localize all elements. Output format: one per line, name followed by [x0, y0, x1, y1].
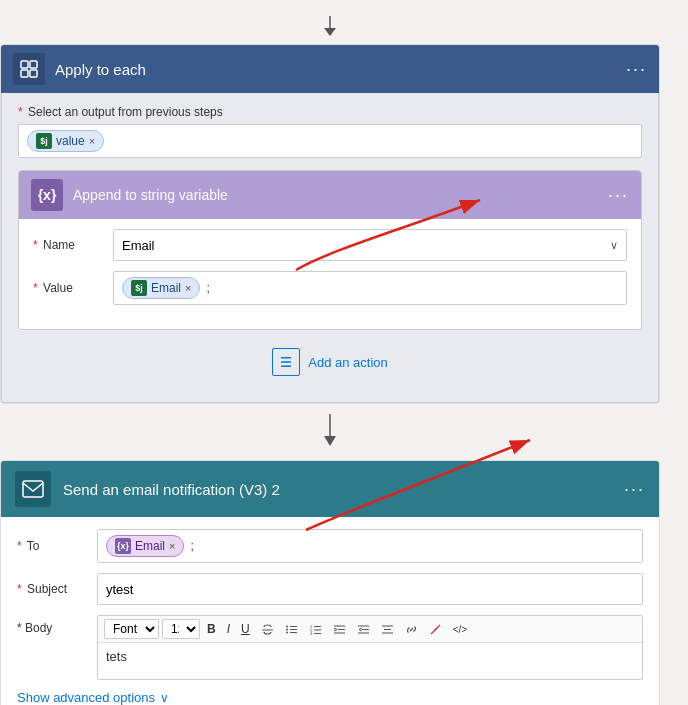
italic-button[interactable]: I [223, 620, 234, 638]
value-token-input[interactable]: $j Email × ; [113, 271, 627, 305]
required-asterisk: * [18, 105, 23, 119]
apply-each-body: * Select an output from previous steps $… [1, 93, 659, 403]
svg-rect-4 [30, 61, 37, 68]
email-token-icon: $j [131, 280, 147, 296]
send-email-icon [15, 471, 51, 507]
show-advanced-options[interactable]: Show advanced options ∨ [17, 690, 643, 705]
email-token-label: Email [151, 281, 181, 295]
send-email-card: Send an email notification (V3) 2 ··· * … [0, 460, 660, 705]
semicolon-text: ; [206, 281, 209, 295]
subject-row: * Subject ytest [17, 573, 643, 605]
body-editor[interactable]: Font 12 B I U [97, 615, 643, 680]
select-output-input[interactable]: $j value × [18, 124, 642, 158]
underline-button[interactable]: U [237, 620, 254, 638]
svg-rect-7 [281, 361, 291, 363]
send-email-more-button[interactable]: ··· [624, 479, 645, 500]
num-list-button[interactable]: 1.2.3. [305, 621, 326, 638]
show-advanced-link[interactable]: Show advanced options [17, 690, 155, 705]
svg-marker-10 [324, 436, 336, 446]
svg-point-17 [286, 631, 288, 633]
append-string-header: {x} Append to string variable ··· [19, 171, 641, 219]
send-email-header: Send an email notification (V3) 2 ··· [1, 461, 659, 517]
unlink-button[interactable] [425, 621, 446, 638]
to-email-token[interactable]: {x} Email × [106, 535, 184, 557]
bullet-list-button[interactable] [281, 621, 302, 638]
name-select[interactable]: Email ∨ [113, 229, 627, 261]
font-size-select[interactable]: 12 [162, 619, 200, 639]
append-string-card: {x} Append to string variable ··· * Name [18, 170, 642, 330]
connector-arrow [320, 414, 340, 450]
to-email-token-label: Email [135, 539, 165, 553]
code-button[interactable]: </> [449, 622, 471, 637]
show-advanced-chevron: ∨ [160, 691, 169, 705]
to-email-token-close[interactable]: × [169, 540, 175, 552]
svg-point-15 [286, 628, 288, 630]
svg-rect-2 [21, 61, 28, 68]
append-string-body: * Name Email ∨ * Value [19, 219, 641, 329]
body-label: * Body [17, 615, 97, 635]
subject-input[interactable]: ytest [97, 573, 643, 605]
value-row: * Value $j Email × ; [33, 271, 627, 305]
email-token-close[interactable]: × [185, 282, 191, 294]
to-row: * To {x} Email × ; [17, 529, 643, 563]
editor-toolbar: Font 12 B I U [98, 616, 642, 643]
to-semicolon: ; [190, 539, 193, 553]
svg-marker-1 [324, 28, 336, 36]
append-string-more-button[interactable]: ··· [608, 185, 629, 206]
select-output-label: * Select an output from previous steps [18, 105, 642, 119]
append-string-icon: {x} [31, 179, 63, 211]
value-token-close[interactable]: × [89, 135, 95, 147]
indent-button[interactable] [329, 621, 350, 638]
svg-point-13 [286, 625, 288, 627]
add-action-icon [272, 348, 300, 376]
add-action-label[interactable]: Add an action [308, 355, 388, 370]
svg-rect-5 [30, 70, 37, 77]
strikethrough-button[interactable] [257, 621, 278, 638]
apply-each-title: Apply to each [55, 61, 626, 78]
font-select[interactable]: Font [104, 619, 159, 639]
svg-rect-11 [23, 481, 43, 497]
link-button[interactable] [401, 621, 422, 638]
to-input[interactable]: {x} Email × ; [97, 529, 643, 563]
body-row: * Body Font 12 B I [17, 615, 643, 680]
send-email-title: Send an email notification (V3) 2 [63, 481, 624, 498]
svg-rect-8 [281, 366, 291, 368]
value-label: * Value [33, 281, 113, 295]
subject-label: * Subject [17, 582, 97, 596]
apply-to-each-card: Apply to each ··· * Select an output fro… [0, 44, 660, 404]
add-action-area: Add an action [18, 330, 642, 386]
send-email-body: * To {x} Email × ; * [1, 517, 659, 705]
append-string-title: Append to string variable [73, 187, 608, 203]
name-chevron-icon: ∨ [610, 239, 618, 252]
svg-line-34 [431, 625, 440, 634]
name-label: * Name [33, 238, 113, 252]
to-label: * To [17, 539, 97, 553]
email-token[interactable]: $j Email × [122, 277, 200, 299]
svg-text:3.: 3. [310, 631, 313, 636]
align-button[interactable] [377, 621, 398, 638]
svg-rect-6 [281, 357, 291, 359]
value-token-label: value [56, 134, 85, 148]
outdent-button[interactable] [353, 621, 374, 638]
apply-each-more-button[interactable]: ··· [626, 59, 647, 80]
bold-button[interactable]: B [203, 620, 220, 638]
apply-each-header: Apply to each ··· [1, 45, 659, 93]
top-connector-arrow [320, 16, 340, 38]
value-token-icon: $j [36, 133, 52, 149]
value-token[interactable]: $j value × [27, 130, 104, 152]
to-email-token-icon: {x} [115, 538, 131, 554]
apply-each-icon [13, 53, 45, 85]
body-content[interactable]: tets [98, 643, 642, 679]
name-row: * Name Email ∨ [33, 229, 627, 261]
svg-rect-3 [21, 70, 28, 77]
